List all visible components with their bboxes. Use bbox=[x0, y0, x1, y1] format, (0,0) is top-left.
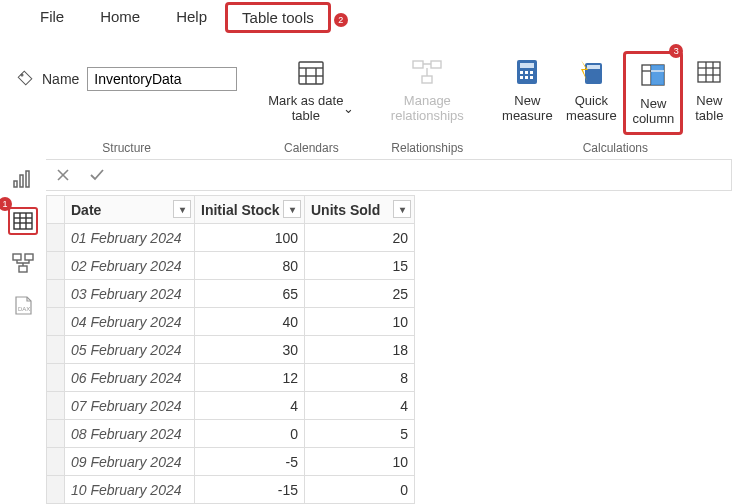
formula-commit-button[interactable] bbox=[80, 160, 114, 190]
row-gutter bbox=[47, 392, 65, 420]
menu-table-tools-label: Table tools bbox=[242, 9, 314, 26]
cell-date[interactable]: 07 February 2024 bbox=[65, 392, 195, 420]
relationships-icon bbox=[410, 55, 444, 89]
table-row[interactable]: 08 February 202405 bbox=[47, 420, 415, 448]
formula-input[interactable] bbox=[114, 160, 731, 190]
tag-icon bbox=[16, 69, 34, 90]
svg-rect-39 bbox=[19, 266, 27, 272]
cell-sold[interactable]: 0 bbox=[305, 476, 415, 504]
cell-date[interactable]: 04 February 2024 bbox=[65, 308, 195, 336]
group-label-calendars: Calendars bbox=[284, 135, 339, 155]
cell-initial[interactable]: 12 bbox=[195, 364, 305, 392]
cell-sold[interactable]: 25 bbox=[305, 280, 415, 308]
formula-bar bbox=[46, 159, 732, 191]
col-header-sold-label: Units Sold bbox=[311, 202, 380, 218]
chevron-down-icon: ⌄ bbox=[343, 102, 354, 117]
dax-view-button[interactable]: DAX bbox=[8, 291, 38, 319]
cell-initial[interactable]: 40 bbox=[195, 308, 305, 336]
cell-date[interactable]: 05 February 2024 bbox=[65, 336, 195, 364]
table-row[interactable]: 06 February 2024128 bbox=[47, 364, 415, 392]
cell-sold[interactable]: 8 bbox=[305, 364, 415, 392]
table-row[interactable]: 02 February 20248015 bbox=[47, 252, 415, 280]
menu-table-tools[interactable]: Table tools 2 bbox=[225, 2, 331, 33]
cell-sold[interactable]: 10 bbox=[305, 448, 415, 476]
cell-initial[interactable]: 30 bbox=[195, 336, 305, 364]
cell-sold[interactable]: 15 bbox=[305, 252, 415, 280]
svg-rect-22 bbox=[651, 65, 664, 85]
svg-rect-38 bbox=[25, 254, 33, 260]
row-gutter bbox=[47, 252, 65, 280]
cell-initial[interactable]: 0 bbox=[195, 420, 305, 448]
cell-date[interactable]: 09 February 2024 bbox=[65, 448, 195, 476]
formula-cancel-button[interactable] bbox=[46, 160, 80, 190]
cell-sold[interactable]: 4 bbox=[305, 392, 415, 420]
cell-date[interactable]: 10 February 2024 bbox=[65, 476, 195, 504]
cell-initial[interactable]: -15 bbox=[195, 476, 305, 504]
svg-rect-13 bbox=[530, 71, 533, 74]
ribbon-group-calendars: Mark as date table ⌄ Calendars bbox=[253, 47, 369, 159]
cell-date[interactable]: 06 February 2024 bbox=[65, 364, 195, 392]
mark-as-date-label: Mark as date table bbox=[268, 94, 343, 124]
table-row[interactable]: 09 February 2024-510 bbox=[47, 448, 415, 476]
annotation-badge-1: 1 bbox=[0, 197, 12, 211]
cell-date[interactable]: 03 February 2024 bbox=[65, 280, 195, 308]
cell-initial[interactable]: 4 bbox=[195, 392, 305, 420]
new-column-button[interactable]: 3 New column bbox=[623, 51, 683, 135]
col-header-date[interactable]: Date ▾ bbox=[65, 196, 195, 224]
mark-as-date-table-button[interactable]: Mark as date table ⌄ bbox=[263, 51, 359, 129]
new-measure-button[interactable]: New measure bbox=[495, 51, 559, 135]
cell-date[interactable]: 08 February 2024 bbox=[65, 420, 195, 448]
work-area: 1 DAX Date ▾ bbox=[0, 159, 732, 497]
ribbon-group-calculations: New measure Quick measure 3 New column bbox=[485, 47, 732, 159]
cell-date[interactable]: 01 February 2024 bbox=[65, 224, 195, 252]
menu-help[interactable]: Help bbox=[158, 0, 225, 31]
menu-bar: File Home Help Table tools 2 bbox=[0, 0, 732, 40]
svg-rect-12 bbox=[525, 71, 528, 74]
cell-initial[interactable]: -5 bbox=[195, 448, 305, 476]
table-row[interactable]: 05 February 20243018 bbox=[47, 336, 415, 364]
col-header-initial-label: Initial Stock bbox=[201, 202, 280, 218]
col-header-initial[interactable]: Initial Stock ▾ bbox=[195, 196, 305, 224]
svg-rect-15 bbox=[525, 76, 528, 79]
quick-measure-label: Quick measure bbox=[566, 93, 617, 125]
svg-rect-7 bbox=[431, 61, 441, 68]
menu-file[interactable]: File bbox=[22, 0, 82, 31]
new-column-label: New column bbox=[632, 96, 674, 128]
model-view-button[interactable] bbox=[8, 249, 38, 277]
group-label-relationships: Relationships bbox=[391, 135, 463, 155]
table-row[interactable]: 01 February 202410020 bbox=[47, 224, 415, 252]
cell-date[interactable]: 02 February 2024 bbox=[65, 252, 195, 280]
row-gutter bbox=[47, 280, 65, 308]
table-name-input[interactable] bbox=[87, 67, 237, 91]
group-label-structure: Structure bbox=[102, 135, 151, 155]
table-row[interactable]: 10 February 2024-150 bbox=[47, 476, 415, 504]
data-grid: Date ▾ Initial Stock ▾ Units Sold ▾ 01 F… bbox=[46, 195, 415, 504]
table-row[interactable]: 04 February 20244010 bbox=[47, 308, 415, 336]
row-gutter bbox=[47, 448, 65, 476]
filter-dropdown-sold[interactable]: ▾ bbox=[393, 200, 411, 218]
cell-sold[interactable]: 18 bbox=[305, 336, 415, 364]
data-view-button[interactable]: 1 bbox=[8, 207, 38, 235]
cell-initial[interactable]: 100 bbox=[195, 224, 305, 252]
table-row[interactable]: 07 February 202444 bbox=[47, 392, 415, 420]
col-header-sold[interactable]: Units Sold ▾ bbox=[305, 196, 415, 224]
row-gutter bbox=[47, 336, 65, 364]
report-view-button[interactable] bbox=[8, 165, 38, 193]
new-table-icon bbox=[692, 55, 726, 89]
new-measure-label: New measure bbox=[502, 93, 553, 125]
menu-home[interactable]: Home bbox=[82, 0, 158, 31]
cell-initial[interactable]: 80 bbox=[195, 252, 305, 280]
filter-dropdown-initial[interactable]: ▾ bbox=[283, 200, 301, 218]
quick-measure-button[interactable]: Quick measure bbox=[559, 51, 623, 135]
row-gutter bbox=[47, 476, 65, 504]
annotation-badge-2: 2 bbox=[334, 13, 348, 27]
cell-sold[interactable]: 20 bbox=[305, 224, 415, 252]
cell-sold[interactable]: 5 bbox=[305, 420, 415, 448]
new-table-button[interactable]: New table bbox=[683, 51, 732, 135]
cell-initial[interactable]: 65 bbox=[195, 280, 305, 308]
svg-rect-18 bbox=[587, 65, 600, 69]
svg-rect-30 bbox=[20, 175, 23, 187]
filter-dropdown-date[interactable]: ▾ bbox=[173, 200, 191, 218]
table-row[interactable]: 03 February 20246525 bbox=[47, 280, 415, 308]
cell-sold[interactable]: 10 bbox=[305, 308, 415, 336]
